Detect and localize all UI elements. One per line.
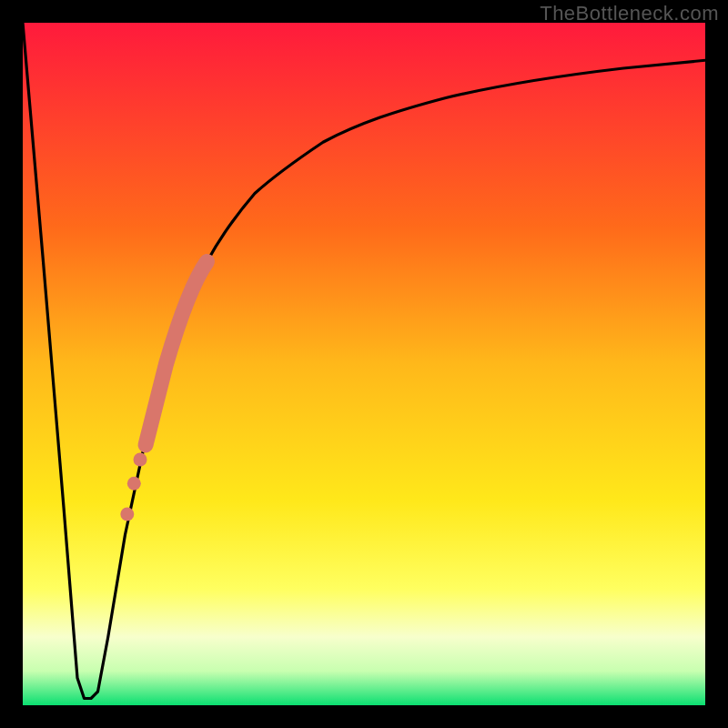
- watermark-text: TheBottleneck.com: [540, 2, 719, 25]
- gradient-background: [23, 23, 705, 705]
- chart-stage: TheBottleneck.com: [0, 0, 728, 728]
- target-dot-2: [127, 477, 141, 490]
- target-dot-1: [134, 453, 147, 467]
- chart-svg: [23, 23, 705, 705]
- target-dot-3: [120, 508, 134, 521]
- chart-plot-area: [23, 23, 705, 705]
